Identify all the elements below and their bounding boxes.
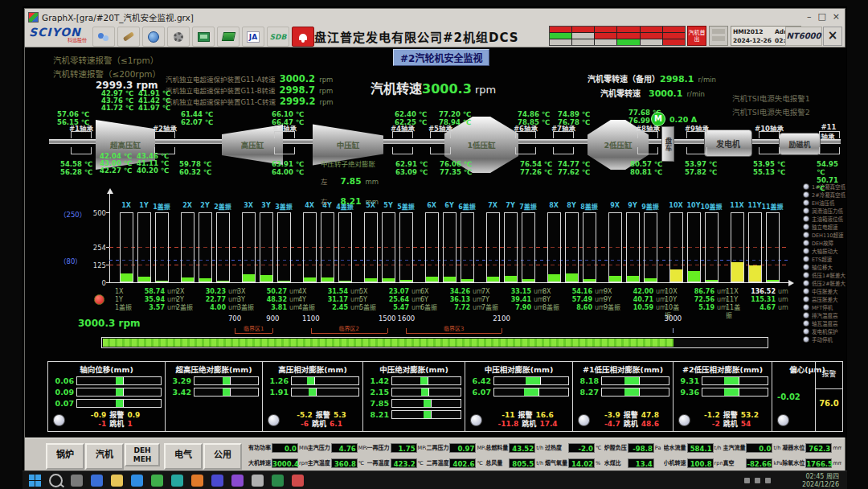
vibration-bar-label: 3Y (261, 202, 270, 209)
exit-button[interactable]: × (823, 27, 842, 46)
taskbar-app-icon-7[interactable] (191, 475, 203, 487)
panel-bar-marker (307, 377, 314, 384)
panel-bar-marker (421, 388, 428, 396)
telemetry-label: 主汽压力 (308, 445, 331, 451)
panel-title: 中压相对膨胀(mm) (465, 364, 572, 375)
panel-value: 2.15 (365, 388, 389, 397)
rpm-3000-tick (673, 328, 674, 333)
taskbar-app-icon-5[interactable] (151, 475, 163, 487)
search-icon[interactable] (49, 474, 63, 487)
alarm-grid-cell[interactable] (641, 33, 662, 39)
taskbar-app-icon-4[interactable] (131, 475, 143, 487)
taskbar-app-icon-9[interactable] (231, 475, 244, 487)
telemetry-label: 烟气氧量 (545, 460, 568, 466)
toolbar-alarm-button[interactable] (292, 27, 314, 47)
vibration-value-cell: 4X31.54um (298, 288, 361, 296)
toolbar-ja-button[interactable]: JA (242, 27, 264, 47)
vibration-value-cell: 7Y39.41um (481, 296, 544, 304)
taskbar-app-icon-10[interactable] (252, 475, 264, 487)
alarm-item-label: 独立电超速 (812, 223, 838, 231)
alarm-lamp-icon (803, 280, 809, 286)
panel-value: 9.31 (675, 376, 699, 385)
close-button[interactable]: × (833, 10, 840, 23)
alarm-grid-cell[interactable] (617, 27, 639, 32)
alarm-list-item: 低压2#胀差大 (803, 279, 845, 287)
first-out-alarm-button[interactable]: 汽机首出 (687, 26, 706, 46)
vibration-bar (687, 212, 701, 282)
alarm-grid-cell[interactable] (641, 39, 662, 45)
system-tray[interactable] (744, 478, 771, 483)
toolbar-book-button[interactable] (217, 27, 240, 47)
alarm-grid-cell[interactable] (595, 39, 616, 45)
alarm-grid-cell[interactable] (641, 27, 662, 32)
alarm-grid-cell[interactable] (550, 27, 571, 32)
minimize-button[interactable]: – (807, 10, 812, 23)
ip-rotor-expansion: 中压转子绝对膨胀左 7.85 mm右 8.21 mm (321, 158, 379, 208)
alarm-grid-cell[interactable] (572, 33, 594, 39)
vibration-bar-fill (182, 277, 194, 281)
alarm-grid-cell[interactable] (550, 39, 571, 45)
bearing-temp-top: 61.44 ℃62.07 ℃ (181, 110, 213, 126)
alarm-grid-cell[interactable] (663, 33, 685, 39)
nav-button-4[interactable]: 电气 (164, 443, 203, 470)
nav-button-2[interactable]: 汽机 (85, 443, 124, 470)
alarm-grid-cell[interactable] (550, 33, 571, 39)
vibration-bar-fill (566, 273, 578, 281)
vibration-bar (425, 212, 439, 282)
alarm-list-item: 独立电超速 (803, 223, 838, 231)
vibration-value-cell: 5Y25.64um (359, 296, 422, 304)
panel-trip-limits: -4.7跳机48.6 (592, 418, 671, 429)
vibration-bar-fill (121, 273, 133, 281)
taskbar-app-icon-11[interactable] (272, 475, 284, 487)
start-button[interactable] (29, 475, 41, 487)
telemetry-label: 二再压力 (426, 445, 449, 451)
vibration-bar (669, 212, 683, 282)
window-title: GraphX-[gra/#20T_汽机安全监视.grx] (42, 11, 194, 23)
panel-bar (76, 388, 162, 397)
panel-indicator-lamp (53, 414, 65, 426)
nav-button-1[interactable]: 锅炉 (46, 443, 84, 470)
nav-button-3[interactable]: DEHMEH (125, 443, 160, 466)
alarm-grid-cell[interactable] (663, 39, 685, 45)
alarm-grid-cell[interactable] (572, 39, 594, 45)
vibration-bar-fill (505, 276, 517, 281)
users-icon (98, 33, 109, 41)
alarm-item-label: 大轴振动大 (812, 247, 838, 255)
vibration-bar (766, 212, 780, 282)
vibration-bar-label: 1盖振 (153, 202, 170, 211)
alarm-grid-cell[interactable] (617, 33, 639, 39)
telemetry-unit: Pa (655, 445, 661, 451)
alarm-status-grid[interactable] (549, 26, 686, 46)
taskbar-app-icon-8[interactable] (211, 475, 223, 487)
toolbar-users-button[interactable] (92, 27, 115, 47)
eccentric-value: -0.02 (777, 392, 800, 401)
taskbar-app-icon-2[interactable] (91, 475, 103, 487)
taskbar-app-icon-1[interactable] (71, 475, 83, 487)
vibration-value-cell: 3盖振3.81um (237, 304, 300, 312)
toolbar-globe-button[interactable] (142, 27, 165, 47)
taskbar-app-icon-12[interactable] (292, 475, 304, 487)
toolbar-monitor-button[interactable] (192, 27, 215, 47)
bearing-temp-top: 74.89 ℃76.78 ℃ (558, 110, 590, 126)
toolbar-sdb-button[interactable]: SDB (267, 27, 289, 47)
toolbar-gear-button[interactable] (167, 27, 190, 47)
taskbar-app-icon-6[interactable] (171, 475, 183, 487)
taskbar-app-icon-3[interactable] (111, 475, 123, 487)
alarm-grid-cell[interactable] (595, 27, 616, 32)
alarm-grid-cell[interactable] (617, 39, 639, 45)
nav-button-5[interactable]: 公用 (203, 443, 242, 470)
alarm-grid-cell[interactable] (595, 33, 616, 39)
maximize-button[interactable]: □ (817, 10, 825, 23)
vibration-bar-label: 8盖振 (580, 202, 598, 211)
zero-speed-backup: 汽机零转速（备用）2998.1 r/min (588, 70, 716, 85)
bearing-bracket-top (553, 131, 574, 138)
toolbar-tools-button[interactable] (117, 27, 140, 47)
alarm-list-item: DEH故障 (803, 239, 833, 247)
vibration-bar (522, 212, 535, 282)
panel-bar (493, 376, 569, 385)
cylinder-label: 高压缸 (241, 139, 264, 150)
alarm-grid-cell[interactable] (572, 27, 594, 32)
taskbar-clock[interactable]: 02:45 周四 2024/12/26 (802, 473, 839, 489)
rpm-critical-zone-end (387, 328, 388, 333)
alarm-grid-cell[interactable] (663, 27, 685, 32)
